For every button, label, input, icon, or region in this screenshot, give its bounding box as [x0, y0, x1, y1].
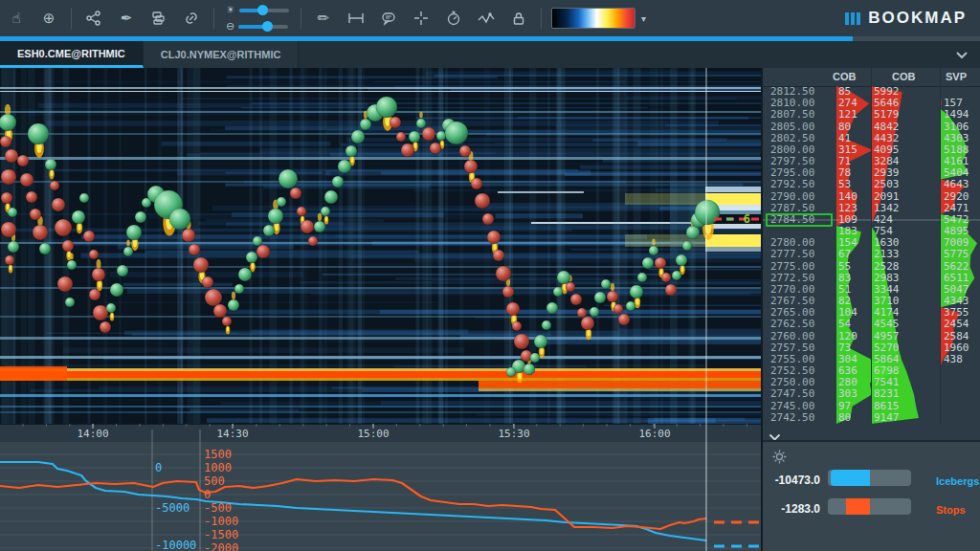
time-axis: 14:0014:3015:0015:3016:00 — [0, 424, 761, 442]
col-header-cob2: COB — [892, 71, 915, 82]
icebergs-value: -10473.0 — [763, 474, 820, 487]
contrast-slider[interactable] — [238, 25, 288, 29]
stops-axis-label: -1000 — [204, 515, 238, 528]
display-sliders: ☀ ⊖ — [226, 4, 289, 33]
last-price-box — [766, 213, 833, 227]
lock-icon[interactable] — [504, 6, 533, 31]
hand-tool-icon[interactable]: ☝ — [2, 6, 31, 31]
stops-axis-label: 1500 — [204, 448, 232, 461]
studies-panel: -10473.0 Icebergs -1283.0 Stops — [763, 440, 980, 551]
tab-overflow-chevron-icon[interactable] — [944, 41, 980, 68]
toolbar-separator — [71, 8, 72, 29]
tab-clj0-nymex[interactable]: CLJ0.NYMEX@RITHMIC — [144, 41, 300, 68]
layers-icon[interactable] — [145, 6, 173, 31]
main-toolbar: ☝ ⊕ ✒ ☀ ⊖ ✏ — [0, 0, 980, 36]
icebergs-slider[interactable] — [828, 470, 911, 486]
instrument-tab-bar: ESH0.CME@RITHMIC CLJ0.NYMEX@RITHMIC — [0, 41, 980, 69]
heatmap-chart[interactable]: 6 — [0, 68, 761, 424]
toolbar-separator — [541, 8, 542, 29]
crosshair-icon[interactable] — [407, 6, 435, 31]
note-icon[interactable] — [374, 6, 403, 31]
time-axis-label: 14:00 — [77, 428, 108, 440]
colormap-dropdown-icon[interactable]: ▾ — [641, 13, 646, 24]
bookmap-logo-icon — [845, 12, 860, 25]
share-icon[interactable] — [79, 6, 108, 31]
time-axis-label: 16:00 — [638, 428, 670, 440]
stops-axis-label: 1000 — [204, 461, 232, 474]
stops-axis-label: -2000 — [204, 541, 238, 551]
col-header-svp: SVP — [946, 71, 967, 82]
bookmap-window: ☝ ⊕ ✒ ☀ ⊖ ✏ — [0, 0, 980, 551]
gear-icon[interactable] — [771, 449, 788, 469]
time-axis-label: 15:30 — [498, 428, 529, 440]
stops-axis-label: -500 — [204, 501, 232, 515]
icebergs-axis-label: -5000 — [155, 501, 189, 515]
stops-axis-label: -1500 — [204, 528, 238, 541]
link-icon[interactable] — [177, 6, 206, 31]
colormap-select[interactable] — [551, 8, 635, 29]
ladder-divider — [871, 68, 872, 424]
zoom-area-icon[interactable]: ⊕ — [34, 6, 63, 31]
brightness-icon: ☀ — [226, 4, 235, 16]
stops-axis-label: 500 — [204, 474, 225, 488]
toolbar-separator — [213, 8, 214, 29]
drawing-tool-icon[interactable]: ✒ — [112, 6, 141, 31]
bookmap-logo-text: BOOKMAP — [868, 9, 967, 28]
icebergs-axis-label: 0 — [155, 461, 162, 474]
dom-panel: COB COB SVP 2812.508559922810.0027456461… — [761, 68, 980, 551]
stops-slider[interactable] — [828, 498, 911, 515]
pencil-icon[interactable]: ✏ — [309, 6, 338, 31]
measure-icon[interactable] — [342, 6, 370, 31]
icebergs-label: Icebergs — [936, 475, 979, 487]
brightness-slider[interactable] — [239, 9, 289, 12]
last-trade-size-label: 6 — [744, 212, 750, 226]
timer-icon[interactable] — [439, 6, 468, 31]
col-header-cob1: COB — [833, 71, 856, 82]
bookmap-logo: BOOKMAP — [845, 9, 967, 28]
ladder-divider — [940, 68, 941, 424]
pulse-icon[interactable] — [472, 6, 501, 31]
stops-label: Stops — [936, 504, 966, 516]
time-axis-label: 14:30 — [216, 428, 248, 440]
contrast-icon: ⊖ — [226, 20, 234, 33]
time-axis-label: 15:00 — [357, 428, 389, 440]
tab-esh0-cme[interactable]: ESH0.CME@RITHMIC — [0, 41, 144, 68]
indicator-subchart[interactable]: 0-5000-10000150010005000-500-1000-1500-2… — [0, 442, 761, 551]
icebergs-axis-label: -10000 — [155, 539, 196, 551]
stops-value: -1283.0 — [763, 502, 820, 516]
stops-axis-label: 0 — [204, 488, 211, 501]
toolbar-separator — [301, 8, 301, 29]
